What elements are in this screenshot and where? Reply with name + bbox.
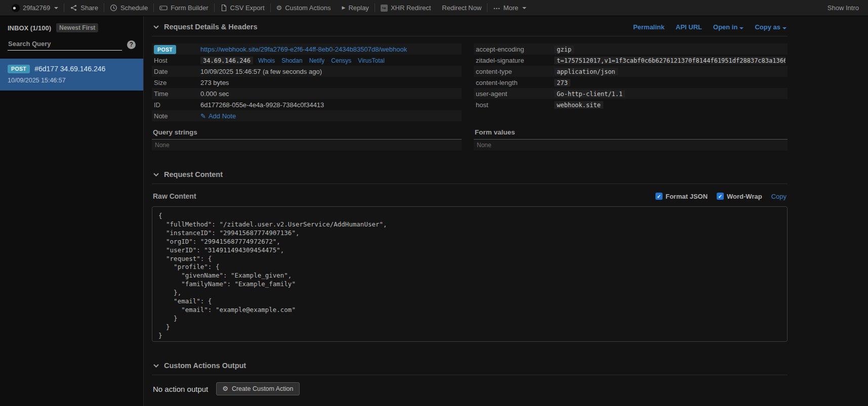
checkbox-checked-icon: [717, 193, 724, 200]
request-id-value: 6d177268-055e-4e4a-9928-7384c0f34413: [200, 101, 460, 109]
method-badge: POST: [8, 65, 30, 73]
censys-link[interactable]: Censys: [331, 57, 351, 64]
gear-icon: [222, 385, 228, 392]
size-value: 273 bytes: [200, 79, 460, 86]
nav-xhr-redirect-label: XHR Redirect: [391, 4, 431, 12]
virustotal-link[interactable]: VirusTotal: [358, 57, 384, 64]
ellipsis-icon: [493, 5, 500, 12]
search-query-input[interactable]: [8, 38, 122, 51]
nav-form-builder[interactable]: Form Builder: [154, 0, 214, 16]
section-request-content-header[interactable]: Request Content: [152, 164, 788, 184]
section-custom-actions-header[interactable]: Custom Actions Output: [152, 355, 788, 375]
nav-redirect-now-label: Redirect Now: [442, 4, 481, 12]
header-value: t=1757512017,v1=1f3cabf0c6b6276121370f81…: [554, 57, 786, 64]
header-name: accept-encoding: [476, 46, 554, 53]
raw-content-label: Raw Content: [153, 192, 196, 200]
query-strings-heading: Query strings: [152, 128, 462, 140]
main-content: Request Details & Headers Permalink API …: [144, 16, 796, 406]
format-json-checkbox[interactable]: Format JSON: [655, 193, 708, 200]
nav-xhr-redirect[interactable]: XHR Redirect: [375, 0, 436, 16]
search-help-icon[interactable]: [127, 40, 136, 49]
raw-content-box: { "fullMethod": "/zitadel.user.v2.UserSe…: [152, 206, 788, 342]
detail-label: Host: [154, 57, 200, 64]
nav-custom-actions[interactable]: Custom Actions: [271, 0, 337, 16]
no-action-output-label: No action output: [153, 385, 208, 393]
api-url-link[interactable]: API URL: [676, 23, 702, 31]
add-note-label: Add Note: [209, 112, 236, 120]
pencil-icon: [200, 112, 209, 120]
token-label: 29fa2769: [23, 4, 50, 12]
open-in-dropdown[interactable]: Open in: [713, 23, 743, 31]
chevron-down-icon: [153, 363, 159, 369]
file-icon: [220, 4, 227, 12]
section-request-details-title: Request Details & Headers: [164, 23, 258, 31]
detail-row-time: Time 0.000 sec: [152, 88, 462, 99]
nav-csv-export[interactable]: CSV Export: [215, 0, 270, 16]
nav-share[interactable]: Share: [64, 0, 104, 16]
create-custom-action-button[interactable]: Create Custom Action: [216, 382, 299, 395]
header-row: user-agent Go-http-client/1.1: [474, 88, 788, 99]
nav-more-menu[interactable]: More: [487, 0, 532, 16]
show-intro-link[interactable]: Show Intro: [824, 4, 862, 12]
section-request-content-title: Request Content: [164, 170, 223, 178]
checkbox-checked-icon: [655, 193, 663, 200]
nav-schedule[interactable]: Schedule: [104, 0, 153, 16]
host-lookup-links: WhoisShodanNetifyCensysVirusTotal: [258, 57, 391, 64]
header-value: gzip: [554, 46, 574, 53]
detail-row-note: Note Add Note: [152, 110, 462, 121]
raw-content-bar: Raw Content Format JSON Word-Wrap Copy: [153, 192, 787, 200]
chevron-down-icon: [153, 24, 159, 30]
form-values-empty: None: [474, 140, 788, 151]
nav-custom-actions-label: Custom Actions: [285, 4, 330, 12]
details-action-links: Permalink API URL Open in Copy as: [633, 23, 787, 31]
word-wrap-checkbox[interactable]: Word-Wrap: [717, 193, 762, 200]
sort-order-toggle[interactable]: Newest First: [56, 23, 98, 32]
details-right-column: accept-encoding gzip zitadel-signature t…: [474, 43, 788, 151]
detail-label: Size: [154, 79, 200, 86]
query-strings-empty: None: [152, 140, 462, 151]
nav-replay-label: Replay: [348, 4, 368, 12]
copy-as-label: Copy as: [755, 23, 780, 31]
details-grid: POST https://webhook.site/29fa2769-e2f6-…: [152, 36, 788, 151]
share-icon: [70, 4, 77, 12]
chevron-down-icon: [782, 27, 787, 29]
header-name: content-length: [476, 79, 554, 86]
clock-icon: [110, 4, 117, 12]
form-input-icon: [159, 4, 168, 12]
detail-label: ID: [154, 101, 200, 109]
webhook-url-link[interactable]: https://webhook.site/29fa2769-e2f6-44ff-…: [200, 46, 407, 53]
header-row: zitadel-signature t=1757512017,v1=1f3cab…: [474, 55, 788, 66]
inbox-count-label: INBOX (1/100): [8, 24, 51, 32]
whois-link[interactable]: Whois: [258, 57, 275, 64]
nav-csv-export-label: CSV Export: [230, 4, 265, 12]
header-name: host: [476, 101, 554, 109]
copy-as-dropdown[interactable]: Copy as: [755, 23, 787, 31]
details-left-column: POST https://webhook.site/29fa2769-e2f6-…: [152, 43, 462, 151]
xhr-redirect-icon: [381, 5, 388, 12]
nav-replay[interactable]: Replay: [336, 0, 374, 16]
header-value: 273: [554, 79, 570, 86]
detail-label: Note: [154, 112, 200, 120]
webhook-site-app: 29fa2769 Share Schedule Form Builder: [0, 0, 868, 406]
permalink-link[interactable]: Permalink: [633, 23, 665, 31]
detail-row-size: Size 273 bytes: [152, 77, 462, 88]
raw-json-content: { "fullMethod": "/zitadel.user.v2.UserSe…: [158, 212, 781, 340]
header-value: webhook.site: [554, 101, 603, 109]
word-wrap-label: Word-Wrap: [727, 193, 762, 200]
detail-row-url: POST https://webhook.site/29fa2769-e2f6-…: [152, 43, 462, 55]
nav-share-label: Share: [80, 4, 98, 12]
form-values-heading: Form values: [474, 128, 788, 140]
header-row: accept-encoding gzip: [474, 43, 788, 55]
detail-label: Time: [154, 90, 200, 98]
netify-link[interactable]: Netify: [309, 57, 325, 64]
nav-redirect-now[interactable]: Redirect Now: [436, 0, 487, 16]
date-value: 10/09/2025 15:46:57 (a few seconds ago): [200, 68, 460, 75]
shodan-link[interactable]: Shodan: [281, 57, 302, 64]
copy-raw-content-link[interactable]: Copy: [771, 193, 787, 200]
logo-icon: [12, 4, 20, 12]
request-list-item-selected[interactable]: POST #6d177 34.69.146.246 10/09/2025 15:…: [0, 59, 143, 91]
add-note-link[interactable]: Add Note: [200, 112, 236, 120]
section-request-details-header[interactable]: Request Details & Headers Permalink API …: [152, 16, 788, 36]
token-menu[interactable]: 29fa2769: [6, 0, 64, 16]
sidebar-header: INBOX (1/100) Newest First: [0, 16, 143, 51]
